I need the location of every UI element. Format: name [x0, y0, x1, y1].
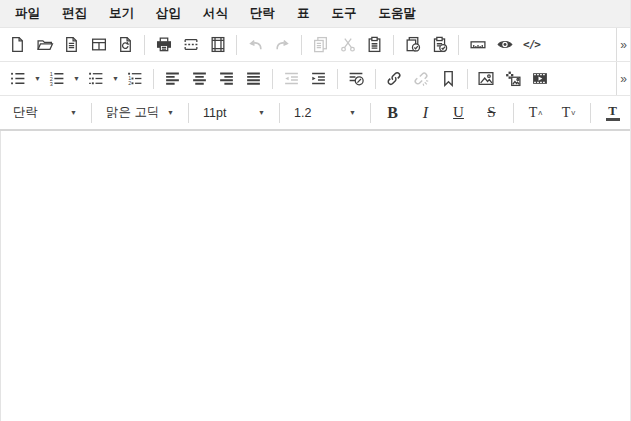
clipboard-check-icon[interactable] — [426, 31, 453, 59]
link-icon[interactable] — [381, 65, 408, 93]
numbered-list-icon: 1 2 3 — [43, 65, 70, 93]
print-icon[interactable] — [150, 31, 177, 59]
menu-tools[interactable]: 도구 — [321, 0, 368, 27]
font-size-value: 11pt — [203, 106, 226, 120]
underline-glyph: U — [453, 104, 464, 121]
menu-paragraph[interactable]: 단락 — [239, 0, 286, 27]
chevron-down-icon: ▼ — [349, 109, 356, 116]
strikethrough-glyph: S — [487, 104, 495, 121]
outdent-icon[interactable] — [278, 65, 305, 93]
paste-icon[interactable] — [361, 31, 388, 59]
restore-draft-icon[interactable] — [112, 31, 139, 59]
ruler-icon[interactable] — [464, 31, 491, 59]
indent-icon[interactable] — [305, 65, 332, 93]
separator — [467, 69, 468, 89]
chevron-down-icon: ▼ — [258, 109, 265, 116]
separator — [279, 103, 280, 123]
align-left-icon[interactable] — [159, 65, 186, 93]
bold-button[interactable]: B — [376, 99, 409, 127]
page-margins-icon[interactable] — [204, 31, 231, 59]
superscript-mark: ʌ — [538, 108, 542, 117]
separator — [301, 35, 302, 55]
unlink-icon[interactable] — [408, 65, 435, 93]
separator — [370, 103, 371, 123]
justify-icon[interactable] — [240, 65, 267, 93]
menu-help[interactable]: 도움말 — [368, 0, 428, 27]
font-family-select[interactable]: 맑은 고딕 ▼ — [97, 100, 183, 126]
subscript-glyph: T — [562, 105, 571, 121]
separator — [153, 69, 154, 89]
toolbar-row-3: 단락 ▼ 맑은 고딕 ▼ 11pt ▼ 1.2 ▼ B I — [0, 96, 630, 129]
align-center-icon[interactable] — [186, 65, 213, 93]
superscript-glyph: T — [529, 105, 538, 121]
bold-glyph: B — [387, 104, 398, 122]
editor-content[interactable] — [0, 131, 630, 421]
menu-insert[interactable]: 삽입 — [145, 0, 192, 27]
line-spacing-icon[interactable] — [343, 65, 370, 93]
code-icon[interactable]: </> — [518, 31, 545, 59]
preview-icon[interactable] — [491, 31, 518, 59]
numbered-list-dropdown[interactable]: 1 2 3 ▼ — [43, 65, 80, 93]
code-glyph: </> — [523, 38, 540, 51]
toolbar: </> » ▼ 1 — [0, 28, 630, 131]
separator — [188, 103, 189, 123]
line-height-value: 1.2 — [294, 106, 311, 120]
subscript-button[interactable]: Tv — [552, 99, 585, 127]
new-document-icon[interactable] — [4, 31, 31, 59]
svg-text:3: 3 — [50, 81, 53, 87]
menubar: 파일 편집 보기 삽입 서식 단락 표 도구 도움말 — [0, 0, 630, 28]
font-size-select[interactable]: 11pt ▼ — [194, 100, 274, 126]
menu-table[interactable]: 표 — [286, 0, 321, 27]
separator — [337, 69, 338, 89]
redo-icon[interactable] — [269, 31, 296, 59]
undo-icon[interactable] — [242, 31, 269, 59]
editor-window: 파일 편집 보기 삽입 서식 단락 표 도구 도움말 — [0, 0, 631, 421]
menu-format[interactable]: 서식 — [192, 0, 239, 27]
open-file-icon[interactable] — [31, 31, 58, 59]
separator — [458, 35, 459, 55]
underline-button[interactable]: U — [442, 99, 475, 127]
strikethrough-button[interactable]: S — [475, 99, 508, 127]
align-right-icon[interactable] — [213, 65, 240, 93]
menu-file[interactable]: 파일 — [4, 0, 51, 27]
toolbar-row-2: ▼ 1 2 3 ▼ — [0, 62, 630, 96]
font-family-value: 맑은 고딕 — [106, 104, 159, 121]
italic-glyph: I — [423, 104, 428, 122]
separator — [91, 103, 92, 123]
chevron-down-icon: ▼ — [73, 75, 80, 82]
video-icon[interactable] — [527, 65, 554, 93]
separator — [272, 69, 273, 89]
multilevel-list-icon — [82, 65, 109, 93]
svg-text:2: 2 — [128, 80, 131, 86]
menu-edit[interactable]: 편집 — [51, 0, 98, 27]
paste-special-icon[interactable] — [399, 31, 426, 59]
separator — [393, 35, 394, 55]
separator — [375, 69, 376, 89]
template-icon[interactable] — [85, 31, 112, 59]
italic-button[interactable]: I — [409, 99, 442, 127]
chevron-down-icon: ▼ — [167, 109, 174, 116]
chevron-down-icon: ▼ — [34, 75, 41, 82]
text-color-button[interactable]: T — [596, 99, 629, 127]
cut-icon[interactable] — [334, 31, 361, 59]
image-gallery-icon[interactable] — [500, 65, 527, 93]
toolbar-row-1: </> » — [0, 28, 630, 62]
line-height-select[interactable]: 1.2 ▼ — [285, 100, 365, 126]
toolbar-overflow-button[interactable]: » — [616, 62, 630, 95]
menu-view[interactable]: 보기 — [98, 0, 145, 27]
separator — [144, 35, 145, 55]
separator — [236, 35, 237, 55]
numbered-multilevel-list-icon[interactable]: 1 2 — [121, 65, 148, 93]
superscript-button[interactable]: Tʌ — [519, 99, 552, 127]
copy-icon[interactable] — [307, 31, 334, 59]
image-icon[interactable] — [473, 65, 500, 93]
bullet-list-dropdown[interactable]: ▼ — [4, 65, 41, 93]
page-break-icon[interactable] — [177, 31, 204, 59]
paragraph-style-select[interactable]: 단락 ▼ — [4, 100, 86, 126]
chevron-down-icon: ▼ — [70, 109, 77, 116]
separator — [590, 103, 591, 123]
multilevel-list-dropdown[interactable]: ▼ — [82, 65, 119, 93]
toolbar-overflow-button[interactable]: » — [616, 28, 630, 61]
bookmark-icon[interactable] — [435, 65, 462, 93]
document-text-icon[interactable] — [58, 31, 85, 59]
